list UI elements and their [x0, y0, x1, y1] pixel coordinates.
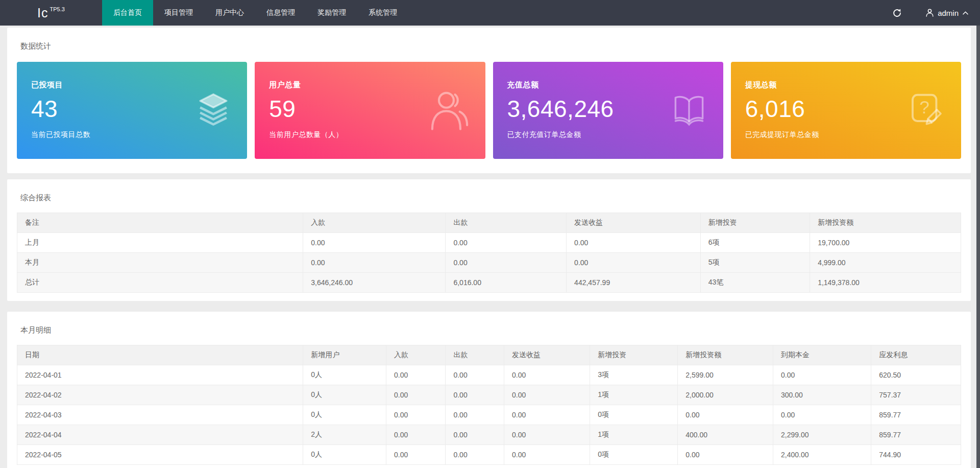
table-cell: 0人 [303, 405, 386, 425]
column-header-1: 入款 [303, 213, 446, 233]
table-cell: 0.00 [446, 385, 504, 405]
vertical-scrollbar[interactable] [976, 26, 980, 468]
table-cell: 0.00 [446, 253, 567, 273]
table-cell: 0.00 [386, 425, 445, 445]
table-cell: 0.00 [386, 385, 445, 405]
top-navbar: Ic TP5.3 后台首页项目管理用户中心信息管理奖励管理系统管理 admin [0, 0, 980, 26]
table-cell: 6,016.00 [446, 273, 567, 293]
table-cell: 5项 [700, 253, 810, 273]
table-cell: 0.00 [504, 385, 590, 405]
month-detail-table: 日期新增用户入款出款发送收益新增投资新增投资额到期本金应发利息2022-04-0… [17, 345, 961, 465]
table-row: 2022-04-030人0.000.000.000项0.000.00859.77 [17, 405, 961, 425]
users-icon [429, 89, 470, 132]
column-header-7: 到期本金 [773, 345, 871, 365]
refresh-icon [892, 8, 902, 18]
section-title-statistics: 数据统计 [20, 41, 961, 51]
table-cell: 0.00 [446, 365, 504, 385]
stat-card-title: 提现总额 [745, 80, 947, 90]
table-row: 2022-04-042人0.000.000.001项400.002,299.00… [17, 425, 961, 445]
table-cell: 0.00 [446, 445, 504, 465]
table-cell: 2022-04-01 [17, 365, 303, 385]
table-cell: 0.00 [446, 233, 567, 253]
table-cell: 19,700.00 [810, 233, 961, 253]
logo-text: Ic [37, 6, 48, 20]
section-title-month-detail: 本月明细 [20, 325, 961, 335]
table-row: 2022-04-050人0.000.000.000项0.002,400.0074… [17, 445, 961, 465]
nav-item-0[interactable]: 后台首页 [102, 0, 153, 26]
table-cell: 2,000.00 [678, 385, 773, 405]
table-cell: 0项 [590, 445, 678, 465]
column-header-4: 新增投资 [700, 213, 810, 233]
table-cell: 0.00 [773, 405, 871, 425]
table-cell: 0.00 [504, 365, 590, 385]
table-cell: 0人 [303, 365, 386, 385]
stat-card-desc: 当前已投项目总数 [31, 130, 233, 139]
nav-item-2[interactable]: 用户中心 [204, 0, 255, 26]
stat-card-invested-projects: 已投项目 43 当前已投项目总数 [17, 62, 247, 159]
table-cell: 0.00 [504, 405, 590, 425]
nav-item-1[interactable]: 项目管理 [153, 0, 204, 26]
table-cell: 400.00 [678, 425, 773, 445]
table-cell: 2022-04-03 [17, 405, 303, 425]
nav-item-5[interactable]: 系统管理 [357, 0, 408, 26]
refresh-button[interactable] [880, 0, 914, 26]
nav-item-4[interactable]: 奖励管理 [306, 0, 357, 26]
column-header-1: 新增用户 [303, 345, 386, 365]
table-cell: 1项 [590, 425, 678, 445]
panel-summary-report: 综合报表 备注入款出款发送收益新增投资新增投资额上月0.000.000.006项… [7, 179, 971, 301]
table-cell: 上月 [17, 233, 303, 253]
table-cell: 0.00 [446, 425, 504, 445]
table-cell: 2022-04-04 [17, 425, 303, 445]
stat-cards: 已投项目 43 当前已投项目总数 用户总量 59 当前用户总数量（人） [17, 62, 961, 159]
table-row: 2022-04-010人0.000.000.003项2,599.000.0062… [17, 365, 961, 385]
column-header-0: 日期 [17, 345, 303, 365]
user-menu[interactable]: admin [914, 0, 980, 26]
navbar-right: admin [880, 0, 980, 26]
open-book-icon [670, 93, 708, 127]
table-cell: 757.37 [871, 385, 961, 405]
table-cell: 1项 [590, 385, 678, 405]
table-cell: 300.00 [773, 385, 871, 405]
table-cell: 0.00 [386, 445, 445, 465]
table-cell: 本月 [17, 253, 303, 273]
table-cell: 2022-04-02 [17, 385, 303, 405]
table-cell: 0.00 [303, 253, 446, 273]
panel-statistics: 数据统计 已投项目 43 当前已投项目总数 用户总量 59 当前 [7, 28, 971, 173]
table-cell: 0.00 [446, 405, 504, 425]
column-header-5: 新增投资额 [810, 213, 961, 233]
table-cell: 2022-04-05 [17, 445, 303, 465]
table-cell: 744.90 [871, 445, 961, 465]
table-cell: 2,299.00 [773, 425, 871, 445]
table-cell: 620.50 [871, 365, 961, 385]
table-cell: 2,400.00 [773, 445, 871, 465]
main-content: 数据统计 已投项目 43 当前已投项目总数 用户总量 59 当前 [0, 26, 980, 468]
column-header-4: 发送收益 [504, 345, 590, 365]
table-cell: 4,999.00 [810, 253, 961, 273]
table-row: 本月0.000.000.005项4,999.00 [17, 253, 961, 273]
table-cell: 2人 [303, 425, 386, 445]
table-header-row: 日期新增用户入款出款发送收益新增投资新增投资额到期本金应发利息 [17, 345, 961, 365]
column-header-5: 新增投资 [590, 345, 678, 365]
column-header-0: 备注 [17, 213, 303, 233]
panel-month-detail: 本月明细 日期新增用户入款出款发送收益新增投资新增投资额到期本金应发利息2022… [7, 312, 971, 468]
table-cell: 0项 [590, 405, 678, 425]
table-row: 2022-04-020人0.000.000.001项2,000.00300.00… [17, 385, 961, 405]
nav-item-3[interactable]: 信息管理 [255, 0, 306, 26]
app-logo[interactable]: Ic TP5.3 [0, 0, 102, 26]
table-cell: 0.00 [303, 233, 446, 253]
table-cell: 0.00 [504, 445, 590, 465]
table-cell: 0.00 [386, 405, 445, 425]
table-cell: 总计 [17, 273, 303, 293]
stat-card-desc: 已支付充值订单总金额 [507, 130, 709, 139]
table-cell: 3,646,246.00 [303, 273, 446, 293]
table-cell: 0.00 [386, 365, 445, 385]
stat-card-total-withdrawal: 提现总额 6,016 已完成提现订单总金额 ? [731, 62, 961, 159]
column-header-3: 发送收益 [567, 213, 701, 233]
stat-card-total-recharge: 充值总额 3,646,246 已支付充值订单总金额 [493, 62, 723, 159]
table-cell: 0人 [303, 445, 386, 465]
table-cell: 0人 [303, 385, 386, 405]
chevron-up-icon [962, 11, 969, 15]
user-icon [925, 8, 934, 17]
logo-version: TP5.3 [50, 6, 65, 12]
stat-card-desc: 已完成提现订单总金额 [745, 130, 947, 139]
